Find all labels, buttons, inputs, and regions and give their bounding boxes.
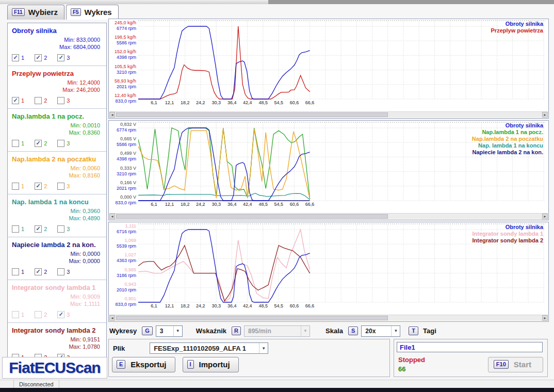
chart-3-checkbox[interactable] bbox=[57, 183, 64, 190]
x-axis-tick-label: 42,4 bbox=[241, 303, 254, 308]
export-button[interactable]: E Eksportuj bbox=[112, 357, 175, 372]
connection-status: Disconnected bbox=[14, 380, 59, 388]
Obroty silnika-line bbox=[138, 26, 310, 99]
chart-3-checkbox[interactable] bbox=[57, 140, 64, 147]
file-dropdown[interactable]: FESExp_1110102059_ALFA 1 ▼ bbox=[150, 342, 268, 354]
y-axis-rpm-label: 2021 rpm bbox=[117, 186, 136, 191]
signal-name: Integrator sondy lambda 2 bbox=[12, 326, 102, 334]
y-axis-value-label: 1,027 bbox=[124, 252, 136, 257]
e-key-badge: E bbox=[117, 360, 125, 369]
chart-horizontal-scrollbar[interactable]: ◄► bbox=[109, 213, 548, 219]
statusbar-empty-cell bbox=[0, 380, 14, 388]
y-axis-label: 245,0 kg/h6774 rpm bbox=[109, 20, 136, 31]
scroll-left-arrow-icon[interactable]: ◄ bbox=[109, 214, 115, 219]
chart-1-checkbox[interactable]: ✓ bbox=[12, 97, 19, 104]
window-bottom-edge bbox=[0, 388, 554, 392]
signal-group: Nap. lambda 1 na koncuMin: 0,3960Max: 0,… bbox=[8, 194, 106, 237]
signal-max-value: Max: 1,1111 bbox=[12, 300, 102, 307]
chart-2-checkbox[interactable]: ✓ bbox=[35, 140, 42, 147]
x-axis-tick-label: 36,4 bbox=[225, 202, 239, 207]
status-bar: Disconnected bbox=[0, 380, 554, 388]
checkbox-item: 3 bbox=[57, 268, 70, 275]
chart-2-checkbox[interactable]: ✓ bbox=[35, 225, 42, 233]
y-axis-rpm-label: 833,0 rpm bbox=[115, 302, 136, 307]
scroll-right-arrow-icon[interactable]: ► bbox=[542, 315, 548, 321]
x-axis-tick-label: 60,6 bbox=[288, 303, 301, 308]
scroll-left-arrow-icon[interactable]: ◄ bbox=[109, 315, 115, 321]
signal-group: Napiecie lambda 2 na kon.Min: 0,0000Max:… bbox=[8, 237, 106, 280]
Przeplyw powietrza-line bbox=[138, 26, 310, 99]
checkbox-item: 3 bbox=[57, 97, 70, 104]
scrollbar-thumb[interactable] bbox=[116, 214, 388, 219]
y-axis-value-label: 0,943 bbox=[124, 282, 136, 287]
tab-wykres[interactable]: F5 Wykres bbox=[66, 5, 119, 20]
chart-2-checkbox[interactable] bbox=[35, 311, 42, 318]
checkbox-number-label: 3 bbox=[67, 55, 70, 61]
signal-max-value: Max: 0,4890 bbox=[12, 215, 102, 222]
y-axis-rpm-label: 6716 rpm bbox=[117, 229, 136, 234]
checkbox-number-label: 3 bbox=[67, 226, 70, 232]
chart-3-checkbox[interactable] bbox=[57, 268, 64, 275]
chart-3-checkbox[interactable]: ✓ bbox=[57, 311, 64, 318]
chevron-down-icon: ▼ bbox=[259, 343, 268, 353]
y-axis-value-label: 1,111 bbox=[125, 223, 136, 228]
chart-3-checkbox[interactable]: ✓ bbox=[57, 54, 64, 61]
import-button[interactable]: I Importuj bbox=[183, 357, 239, 372]
signal-group: Obroty silnikaMin: 833,0000Max: 6804,000… bbox=[8, 23, 106, 66]
scroll-right-arrow-icon[interactable]: ► bbox=[542, 112, 548, 118]
legend-entry: Nap.lambda 1 na pocz. bbox=[472, 129, 543, 136]
signal-max-value: Max: 246,2000 bbox=[12, 86, 102, 93]
chart-3-checkbox[interactable] bbox=[57, 225, 64, 233]
y-axis-value-label: 0,832 V bbox=[120, 122, 136, 127]
start-button[interactable]: F10 Start bbox=[488, 357, 543, 372]
signal-checkbox-row: 12✓3 bbox=[12, 311, 102, 318]
legend-entry: Przeplyw powietrza bbox=[491, 27, 543, 34]
signal-group: Nap.lambda 1 na pocz.Min: 0,0010Max: 0,8… bbox=[8, 108, 106, 151]
chart-horizontal-scrollbar[interactable]: ◄► bbox=[109, 111, 548, 118]
session-name-input[interactable] bbox=[397, 342, 543, 352]
chart-1-checkbox[interactable] bbox=[12, 311, 19, 318]
scrollbar-thumb[interactable] bbox=[116, 316, 388, 320]
y-axis-rpm-label: 5586 rpm bbox=[117, 40, 136, 45]
chart-3-checkbox[interactable] bbox=[57, 97, 64, 104]
scrollbar-thumb[interactable] bbox=[116, 112, 388, 117]
x-axis-tick-label: 54,5 bbox=[272, 303, 285, 308]
legend-entry: Obroty silnika bbox=[472, 224, 543, 231]
signal-name: Przeplyw powietrza bbox=[12, 70, 102, 77]
checkbox-item: 2 bbox=[35, 311, 47, 318]
signal-checkbox-row: 1✓23 bbox=[12, 183, 102, 190]
file-dropdown-value: FESExp_1110102059_ALFA 1 bbox=[154, 345, 255, 352]
y-axis-rpm-label: 833,0 rpm bbox=[115, 200, 136, 205]
app-logo: FiatECUScan bbox=[9, 359, 100, 377]
checkbox-number-label: 1 bbox=[21, 312, 24, 318]
y-axis-rpm-label: 4363 rpm bbox=[117, 258, 136, 263]
chart-2-checkbox[interactable]: ✓ bbox=[35, 54, 42, 61]
chart-2-checkbox[interactable]: ✓ bbox=[35, 183, 42, 190]
checkbox-number-label: 2 bbox=[44, 140, 47, 146]
chart-1-checkbox[interactable]: ✓ bbox=[12, 54, 19, 61]
y-axis-rpm-label: 3210 rpm bbox=[117, 70, 136, 75]
g-key-badge: G bbox=[142, 326, 153, 335]
signal-group: Integrator sondy lambda 1Min: 0,9009Max:… bbox=[8, 280, 106, 322]
graph-count-dropdown[interactable]: 3 ▼ bbox=[156, 325, 183, 337]
x-axis-tick-label: 66,6 bbox=[303, 202, 317, 207]
wskaznik-label: Wskaźnik bbox=[196, 327, 226, 335]
signal-min-value: Min: 0,3960 bbox=[12, 207, 102, 215]
signal-group: Integrator sondy lambda 2Min: 0,9151Max:… bbox=[8, 322, 106, 357]
chevron-down-icon: ▼ bbox=[173, 326, 182, 336]
chart-2-checkbox[interactable]: ✓ bbox=[35, 268, 42, 275]
chart-1-checkbox[interactable] bbox=[12, 140, 19, 147]
scroll-right-arrow-icon[interactable]: ► bbox=[542, 214, 548, 219]
chart-2-checkbox[interactable] bbox=[35, 97, 42, 104]
chart-1-checkbox[interactable] bbox=[12, 183, 19, 190]
indicator-value: 895/min bbox=[248, 328, 271, 335]
checkbox-number-label: 2 bbox=[44, 312, 47, 318]
chart-1-checkbox[interactable] bbox=[12, 268, 19, 275]
tab-wybierz[interactable]: F11 Wybierz bbox=[7, 5, 64, 20]
scale-dropdown[interactable]: 20x ▼ bbox=[361, 325, 400, 337]
chart-horizontal-scrollbar[interactable]: ◄► bbox=[109, 315, 548, 321]
x-axis-tick-label: 30,3 bbox=[209, 303, 223, 308]
chart-1-checkbox[interactable] bbox=[12, 225, 19, 233]
y-axis-label: 198,5 kg/h5586 rpm bbox=[109, 35, 136, 46]
scroll-left-arrow-icon[interactable]: ◄ bbox=[109, 112, 115, 118]
